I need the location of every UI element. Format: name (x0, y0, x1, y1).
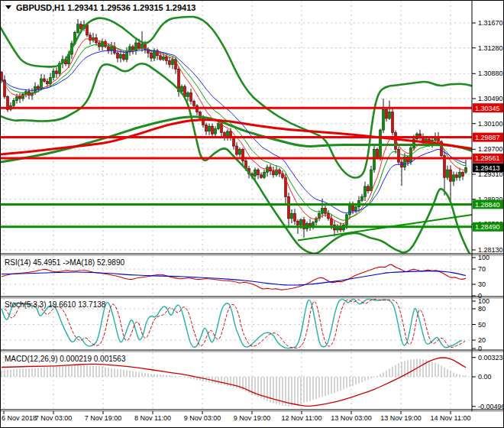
price-badge-label: 1.28490 (475, 223, 500, 231)
candle-down[interactable] (89, 35, 92, 41)
candle-up[interactable] (53, 71, 55, 77)
candle-up[interactable] (321, 209, 324, 214)
price-grid-label: 1.31670 (478, 19, 503, 27)
price-badge-label: 1.29887 (475, 134, 500, 141)
candle-up[interactable] (126, 52, 128, 60)
candle-up[interactable] (172, 60, 174, 65)
candle-up[interactable] (239, 149, 241, 154)
mt4-chart-window: 1.316701.312801.308801.304901.301001.297… (0, 0, 504, 428)
candle-up[interactable] (111, 47, 113, 50)
candle-down[interactable] (260, 175, 263, 177)
candle-down[interactable] (160, 56, 162, 60)
candle-down[interactable] (456, 175, 458, 177)
stoch-axis-label: 50 (478, 321, 486, 329)
candle-up[interactable] (355, 207, 357, 211)
candle-down[interactable] (294, 213, 296, 221)
candle-down[interactable] (150, 53, 153, 58)
candle-down[interactable] (56, 71, 58, 73)
price-badge-label: 1.28840 (475, 201, 500, 209)
candle-down[interactable] (205, 125, 208, 131)
candle-up[interactable] (373, 149, 376, 170)
candle-down[interactable] (386, 109, 388, 118)
candle-down[interactable] (169, 61, 171, 65)
candle-down[interactable] (297, 221, 299, 225)
candle-down[interactable] (224, 133, 226, 137)
candle-down[interactable] (19, 97, 21, 99)
candle-down[interactable] (376, 149, 379, 157)
price-badge-label: 1.29561 (475, 154, 500, 162)
candle-down[interactable] (117, 53, 119, 58)
time-label: 6 Nov 2018 (2, 414, 37, 422)
candle-up[interactable] (254, 170, 257, 176)
candle-up[interactable] (389, 112, 391, 118)
candle-down[interactable] (398, 149, 400, 162)
price-grid-label: 1.28130 (478, 246, 503, 254)
candle-down[interactable] (392, 112, 394, 133)
macd-axis-label: 0.00 (478, 373, 492, 381)
price-grid-label: 1.30100 (478, 120, 503, 128)
candle-down[interactable] (212, 126, 214, 134)
candle-up[interactable] (13, 101, 15, 106)
candle-up[interactable] (459, 173, 461, 178)
candle-down[interactable] (190, 93, 192, 102)
candle-up[interactable] (300, 220, 302, 225)
candle-up[interactable] (447, 170, 449, 177)
price-badge-label: 1.30345 (475, 105, 500, 112)
time-label: 9 Nov 03:00 (184, 414, 221, 422)
candle-down[interactable] (273, 171, 275, 175)
candle-up[interactable] (227, 131, 229, 137)
candle-down[interactable] (257, 170, 260, 175)
candle-up[interactable] (383, 109, 385, 130)
time-label: 7 Nov 03:00 (35, 414, 73, 422)
candle-up[interactable] (77, 24, 79, 33)
time-label: 7 Nov 19:00 (85, 414, 122, 422)
candle-down[interactable] (193, 101, 195, 105)
stoch-axis-label: 80 (478, 305, 486, 313)
candle-down[interactable] (233, 138, 235, 146)
candle-up[interactable] (187, 93, 189, 97)
candle-down[interactable] (108, 47, 110, 50)
candle-down[interactable] (450, 170, 452, 181)
price-grid-label: 1.30880 (478, 70, 503, 77)
candle-down[interactable] (166, 57, 168, 61)
candle-up[interactable] (102, 41, 104, 47)
candle-down[interactable] (236, 146, 238, 154)
candle-down[interactable] (47, 81, 49, 83)
candle-down[interactable] (138, 43, 141, 48)
rsi-label: RSI(14) 45.4951 ->MA(18) 52.9890 (5, 258, 124, 267)
candle-up[interactable] (22, 94, 24, 99)
candle-up[interactable] (141, 44, 144, 48)
candle-up[interactable] (364, 186, 367, 196)
candle-down[interactable] (86, 25, 89, 35)
candle-down[interactable] (44, 79, 46, 81)
candle-up[interactable] (50, 77, 52, 83)
candle-down[interactable] (80, 24, 82, 29)
macd-axis-label: -0.004968 (478, 403, 504, 410)
candle-up[interactable] (215, 128, 217, 134)
candle-up[interactable] (263, 173, 266, 178)
candle-down[interactable] (367, 186, 370, 191)
candle-down[interactable] (37, 86, 40, 89)
candle-down[interactable] (288, 196, 290, 219)
candle-up[interactable] (380, 130, 382, 157)
candle-down[interactable] (325, 209, 327, 214)
candle-up[interactable] (349, 204, 351, 214)
candle-down[interactable] (331, 219, 333, 225)
stoch-axis-label: 20 (478, 336, 486, 344)
candle-down[interactable] (123, 54, 125, 60)
candle-up[interactable] (120, 54, 122, 58)
candle-up[interactable] (40, 79, 43, 89)
rsi-axis-label: 70 (478, 265, 486, 273)
candle-up[interactable] (267, 167, 269, 173)
candle-up[interactable] (208, 126, 211, 131)
price-grid-label: 1.30490 (478, 95, 503, 102)
candle-up[interactable] (16, 97, 18, 101)
candle-up[interactable] (218, 124, 220, 129)
candle-up[interactable] (453, 175, 455, 181)
candle-up[interactable] (370, 170, 373, 191)
candle-up[interactable] (361, 196, 363, 200)
candle-up[interactable] (291, 213, 293, 219)
price-badge-label: 1.29413 (475, 164, 500, 172)
candle-up[interactable] (163, 57, 165, 60)
candle-down[interactable] (462, 173, 464, 177)
